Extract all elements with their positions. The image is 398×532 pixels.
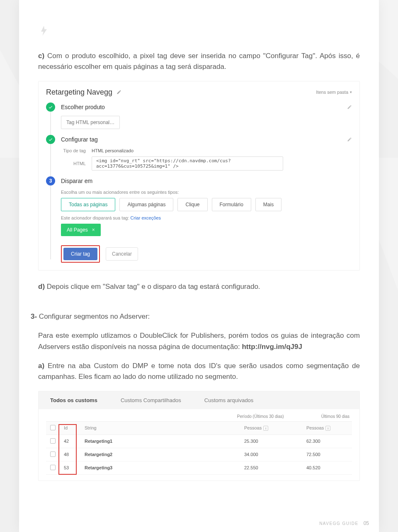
trigger-some-pages[interactable]: Algumas páginas	[119, 198, 173, 211]
highlight-create-tag: Criar tag	[61, 245, 100, 263]
th-pessoas-30: Pessoas	[244, 425, 262, 430]
trigger-more[interactable]: Mais	[255, 198, 282, 211]
cell-name: Retargeting1	[85, 439, 112, 444]
pencil-icon[interactable]	[347, 105, 352, 110]
paragraph-adservers: Para este exemplo utlizamos o DoubleClic…	[38, 330, 360, 352]
bullet-a: a)	[38, 362, 44, 370]
screenshot-dmp: Todos os customs Customs Compartilhados …	[38, 391, 360, 481]
create-tag-button[interactable]: Criar tag	[63, 248, 97, 260]
bullet-c: c)	[38, 52, 44, 60]
paragraph-c: c) Com o produto escolhido, a pixel tag …	[38, 51, 360, 73]
period-90: Últimos 90 dias	[321, 414, 349, 419]
cancel-button[interactable]: Cancelar	[106, 247, 138, 261]
paragraph-d: d) Depois clique em "Salvar tag" e o dis…	[38, 281, 360, 292]
cell-id: 48	[64, 452, 69, 457]
step3-sentence: Este acionador disparará sua tag:	[61, 215, 131, 220]
paragraph-c-text: Com o produto escolhido, a pixel tag dev…	[38, 52, 360, 71]
pencil-icon[interactable]	[116, 90, 121, 95]
th-id: Id	[64, 425, 68, 430]
all-pages-chip[interactable]: All Pages ×	[61, 224, 101, 236]
step3-help: Escolha um ou mais acionadores entre os …	[61, 190, 352, 195]
step2-title: Configurar tag	[61, 136, 98, 143]
step-number-badge: 3	[46, 176, 55, 185]
html-code-text: <img id="nvg_rt" src="https://cdn.navdmp…	[96, 158, 231, 169]
row-checkbox[interactable]	[50, 451, 56, 457]
bullet-3: 3-	[31, 312, 37, 320]
paragraph-a-text: Entre na aba Custom do DMP e tome nota d…	[38, 362, 360, 381]
step3-title: Disparar em	[61, 178, 92, 184]
paragraph-step3: 3- Configurar segmentos no Adserver:	[31, 311, 360, 322]
row-checkbox[interactable]	[50, 465, 56, 470]
kv-html-label: HTML	[61, 161, 86, 166]
kv-type-label: Tipo de tag	[61, 148, 86, 153]
all-pages-chip-label: All Pages	[67, 227, 88, 233]
tab-all-customs[interactable]: Todos os customs	[39, 391, 109, 409]
paragraph-a: a) Entre na aba Custom do DMP e tome not…	[38, 361, 360, 383]
trigger-all-pages[interactable]: Todas as páginas	[61, 198, 115, 211]
pencil-icon[interactable]	[347, 137, 352, 142]
create-exceptions-link[interactable]: Criar exceções	[131, 215, 161, 220]
tab-archived-customs[interactable]: Customs arquivados	[193, 391, 265, 409]
chevron-down-icon: ▾	[350, 90, 352, 94]
trigger-form[interactable]: Formulário	[212, 198, 251, 211]
cell-name: Retargeting2	[85, 452, 112, 457]
paragraph-d-text: Depois clique em "Salvar tag" e o dispar…	[45, 283, 260, 290]
info-icon[interactable]: i	[325, 426, 330, 431]
page-footer: NAVEGG GUIDE 05	[319, 520, 369, 526]
kv-type-value: HTML personalizado	[92, 148, 133, 153]
cell-p30: 22.550	[240, 461, 302, 474]
cell-id: 53	[64, 465, 69, 470]
cell-p30: 25.300	[240, 434, 302, 448]
select-all-checkbox[interactable]	[50, 425, 56, 430]
cell-p90: 40.520	[302, 461, 352, 474]
document-page: c) Com o produto escolhido, a pixel tag …	[19, 0, 379, 532]
table-row: 53 Retargeting3 22.550 40.520	[46, 461, 352, 474]
check-icon	[46, 135, 55, 144]
info-icon[interactable]: i	[263, 426, 268, 431]
gtm-title: Retargeting Navegg	[46, 88, 112, 97]
gtm-breadcrumb-label: Itens sem pasta	[316, 90, 348, 95]
table-row: 42 Retargeting1 25.300 62.300	[46, 434, 352, 448]
bolt-icon	[38, 25, 50, 37]
tab-shared-customs[interactable]: Customs Compartilhados	[109, 391, 193, 409]
customs-table: Id String Pessoasi Pessoasi 42 Retargeti…	[46, 421, 352, 475]
close-icon[interactable]: ×	[92, 227, 95, 233]
table-row: 48 Retargeting2 34.000 72.500	[46, 448, 352, 461]
check-icon	[46, 102, 55, 112]
cell-id: 42	[64, 439, 69, 444]
step3-exception-row: Este acionador disparará sua tag: Criar …	[61, 215, 352, 220]
th-pessoas-90: Pessoas	[306, 425, 324, 430]
paragraph-adservers-text: Para este exemplo utlizamos o DoubleClic…	[38, 332, 360, 350]
period-30: Período (Últimos 30 dias)	[237, 414, 284, 419]
cell-p90: 72.500	[302, 448, 352, 461]
step1-title: Escolher produto	[61, 104, 105, 110]
th-string: String	[80, 421, 240, 434]
cell-name: Retargeting3	[85, 465, 112, 470]
footer-label: NAVEGG GUIDE	[319, 521, 359, 526]
cell-p30: 34.000	[240, 448, 302, 461]
row-checkbox[interactable]	[50, 438, 56, 444]
cell-p90: 62.300	[302, 434, 352, 448]
paragraph-step3-text: Configurar segmentos no Adserver:	[37, 312, 150, 320]
trigger-click[interactable]: Clique	[177, 198, 207, 211]
bullet-d: d)	[38, 283, 45, 290]
screenshot-gtm: Retargeting Navegg Itens sem pasta ▾	[38, 81, 360, 271]
gtm-title-row: Retargeting Navegg	[46, 88, 121, 97]
product-chip[interactable]: Tag HTML personal…	[61, 116, 120, 129]
page-number: 05	[364, 520, 369, 526]
dmp-tabs: Todos os customs Customs Compartilhados …	[39, 391, 359, 409]
html-code-box[interactable]: <img id="nvg_rt" src="https://cdn.navdmp…	[92, 156, 283, 171]
adservers-url[interactable]: http://nvg.im/qJ9J	[242, 343, 302, 351]
gtm-breadcrumb[interactable]: Itens sem pasta ▾	[316, 90, 352, 95]
